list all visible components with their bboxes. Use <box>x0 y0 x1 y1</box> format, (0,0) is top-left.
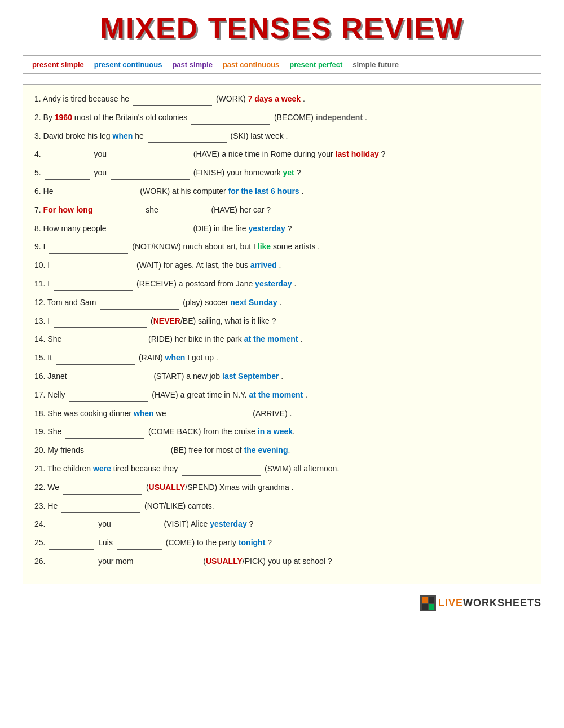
tense-legend: present simple present continuous past s… <box>23 55 541 74</box>
exercise-3: 3. David broke his leg when he (SKI) las… <box>34 130 530 143</box>
blank-2[interactable] <box>191 116 270 125</box>
exercise-25: 25. Luis (COME) to the party tonight ? <box>34 536 530 550</box>
legend-present-simple: present simple <box>32 60 84 69</box>
exercise-15: 15. It (RAIN) when I got up . <box>34 351 530 365</box>
blank-24b[interactable] <box>115 522 160 531</box>
logo-icon <box>420 595 436 611</box>
blank-6[interactable] <box>57 189 136 198</box>
exercise-23: 23. He (NOT/LIKE) carrots. <box>34 500 530 513</box>
exercise-22: 22. We (USUALLY/SPEND) Xmas with grandma… <box>34 481 530 495</box>
exercise-12: 12. Tom and Sam (play) soccer next Sunda… <box>34 296 530 310</box>
exercise-21: 21. The children were tired because they… <box>34 462 530 476</box>
legend-past-continuous: past continuous <box>223 60 279 69</box>
exercise-24: 24. you (VISIT) Alice yesterday ? <box>34 518 530 531</box>
blank-25a[interactable] <box>49 541 94 550</box>
blank-26b[interactable] <box>137 559 199 568</box>
legend-simple-future: simple future <box>352 60 399 69</box>
exercise-18: 18. She was cooking dinner when we (ARRI… <box>34 407 530 421</box>
blank-5b[interactable] <box>111 171 190 180</box>
blank-13[interactable] <box>54 319 147 328</box>
blank-7b[interactable] <box>162 208 208 217</box>
blank-19[interactable] <box>65 430 144 439</box>
exercise-9: 9. I (NOT/KNOW) much about art, but I li… <box>34 240 530 254</box>
logo-sq-dark2 <box>422 604 428 610</box>
blank-1[interactable] <box>133 97 212 106</box>
logo-sq-green <box>429 604 434 610</box>
blank-3[interactable] <box>148 134 227 143</box>
blank-17[interactable] <box>69 393 148 402</box>
exercises-box: 1. Andy is tired because he (WORK) 7 day… <box>23 84 541 584</box>
blank-21[interactable] <box>182 467 261 476</box>
blank-9[interactable] <box>49 245 128 254</box>
exercise-20: 20. My friends (BE) free for most of the… <box>34 444 530 457</box>
liveworksheets-logo: LIVEWORKSHEETS <box>420 595 541 611</box>
footer-worksheets: WORKSHEETS <box>463 597 541 608</box>
blank-10[interactable] <box>54 263 133 272</box>
exercise-2: 2. By 1960 most of the Britain's old col… <box>34 111 530 125</box>
legend-present-perfect: present perfect <box>289 60 342 69</box>
exercise-19: 19. She (COME BACK) from the cruise in a… <box>34 425 530 439</box>
exercise-26: 26. your mom (USUALLY/PICK) you up at sc… <box>34 555 530 568</box>
logo-sq-dark <box>429 597 434 603</box>
exercise-10: 10. I (WAIT) for ages. At last, the bus … <box>34 259 530 272</box>
blank-23[interactable] <box>61 504 140 513</box>
exercise-17: 17. Nelly (HAVE) a great time in N.Y. at… <box>34 389 530 402</box>
blank-4a[interactable] <box>45 152 90 161</box>
blank-26a[interactable] <box>49 559 94 568</box>
exercise-11: 11. I (RECEIVE) a postcard from Jane yes… <box>34 277 530 291</box>
footer-live: LIVE <box>438 597 463 608</box>
blank-7a[interactable] <box>96 208 142 217</box>
blank-16[interactable] <box>71 374 150 383</box>
footer: LIVEWORKSHEETS <box>23 595 541 611</box>
exercise-14: 14. She (RIDE) her bike in the park at t… <box>34 333 530 346</box>
blank-11[interactable] <box>54 282 133 291</box>
page-title: MIXED TENSES REVIEW <box>100 11 464 45</box>
blank-18[interactable] <box>170 411 249 420</box>
blank-12[interactable] <box>100 301 179 310</box>
exercise-4: 4. you (HAVE) a nice time in Rome during… <box>34 148 530 161</box>
footer-text: LIVEWORKSHEETS <box>438 597 541 609</box>
blank-4b[interactable] <box>111 152 190 161</box>
exercise-6: 6. He (WORK) at his computer for the las… <box>34 185 530 198</box>
blank-14[interactable] <box>65 337 144 346</box>
exercise-8: 8. How many people (DIE) in the fire yes… <box>34 222 530 236</box>
blank-20[interactable] <box>88 448 167 457</box>
exercise-13: 13. I (NEVER/BE) sailing, what is it lik… <box>34 315 530 328</box>
blank-25b[interactable] <box>117 541 162 550</box>
blank-22[interactable] <box>63 486 142 495</box>
exercise-16: 16. Janet (START) a new job last Septemb… <box>34 370 530 383</box>
exercise-7: 7. For how long she (HAVE) her car ? <box>34 204 530 217</box>
legend-present-continuous: present continuous <box>94 60 162 69</box>
blank-24a[interactable] <box>49 522 94 531</box>
logo-sq-orange <box>422 597 428 603</box>
exercise-5: 5. you (FINISH) your homework yet ? <box>34 166 530 180</box>
exercise-1: 1. Andy is tired because he (WORK) 7 day… <box>34 92 530 106</box>
legend-past-simple: past simple <box>172 60 213 69</box>
blank-5a[interactable] <box>45 171 90 180</box>
blank-15[interactable] <box>56 356 135 365</box>
blank-8[interactable] <box>111 226 190 235</box>
